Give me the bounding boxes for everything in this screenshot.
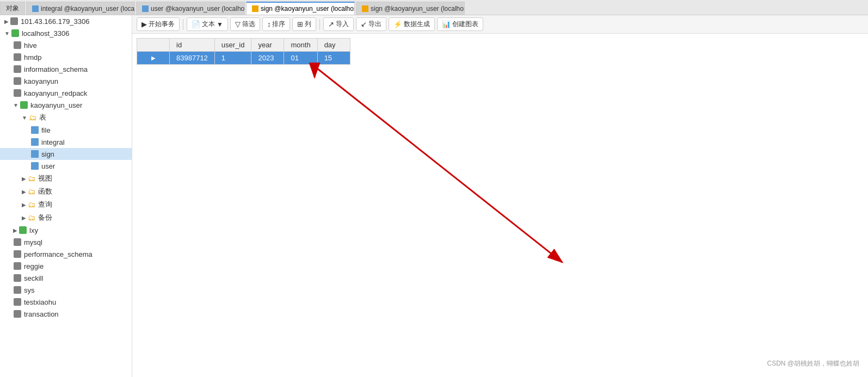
- sidebar-item-funcs-folder[interactable]: ▶ 🗂 函数: [0, 185, 132, 198]
- sidebar-item-mysql[interactable]: mysql: [0, 236, 132, 248]
- sidebar-item-transaction[interactable]: transaction: [0, 308, 132, 320]
- funcs-folder-arrow-icon: ▶: [22, 189, 26, 195]
- sidebar-sys-label: sys: [24, 286, 35, 294]
- kaoyanyun-user-db-icon: [20, 101, 28, 109]
- sidebar-info-schema-label: information_schema: [24, 65, 88, 73]
- arrow-collapsed-icon: ▶: [4, 18, 9, 24]
- create-chart-button[interactable]: 📊 创建图表: [437, 17, 483, 31]
- datagen-button[interactable]: ⚡ 数据生成: [389, 17, 435, 31]
- sidebar-testxiaohu-label: testxiaohu: [24, 298, 56, 306]
- sidebar-views-folder-label: 视图: [38, 174, 52, 183]
- export-label: 导出: [368, 20, 381, 29]
- sign-table-icon: [30, 150, 39, 158]
- arrow-expanded-icon: ▼: [4, 30, 10, 36]
- backup-folder-arrow-icon: ▶: [22, 215, 26, 221]
- tab-sign-2-label: sign @kaoyanyun_user (localhost_33...: [371, 5, 465, 13]
- sidebar-item-sign[interactable]: sign: [0, 148, 132, 160]
- sidebar: ▶ 101.43.166.179_3306 ▼ localhost_3306 h…: [0, 15, 132, 377]
- lxy-db-icon: [19, 226, 27, 234]
- tab-user-icon: [142, 5, 149, 12]
- sidebar-item-file[interactable]: file: [0, 124, 132, 136]
- sidebar-kaoyanyun-redpack-label: kaoyanyun_redpack: [24, 89, 87, 97]
- toolbar: ▶ 开始事务 📄 文本 ▼ ▽ 筛选 ↕ 排序 ⊞ 列: [132, 15, 868, 34]
- sort-button[interactable]: ↕ 排序: [262, 17, 291, 31]
- sidebar-item-queries-folder[interactable]: ▶ 🗂 查询: [0, 198, 132, 211]
- filter-button[interactable]: ▽ 筛选: [230, 17, 260, 31]
- columns-button[interactable]: ⊞ 列: [292, 17, 316, 31]
- views-folder-arrow-icon: ▶: [22, 176, 26, 182]
- datagen-icon: ⚡: [393, 20, 402, 28]
- sidebar-reggie-label: reggie: [24, 262, 44, 270]
- sidebar-item-reggie[interactable]: reggie: [0, 260, 132, 272]
- tab-sign-2[interactable]: sign @kaoyanyun_user (localhost_33...: [356, 2, 465, 15]
- text-label: 文本: [202, 20, 215, 29]
- col-header-year: year: [251, 39, 284, 52]
- seckill-db-icon: [13, 274, 22, 282]
- sidebar-item-integral[interactable]: integral: [0, 136, 132, 148]
- sidebar-item-ip[interactable]: ▶ 101.43.166.179_3306: [0, 15, 132, 27]
- table-header-row: id user_id year month day: [137, 39, 350, 52]
- info-schema-db-icon: [13, 65, 22, 73]
- col-header-month: month: [284, 39, 317, 52]
- sidebar-item-tables-folder[interactable]: ▼ 🗂 表: [0, 111, 132, 124]
- tab-integral[interactable]: integral @kaoyanyun_user (localhost:...: [26, 2, 135, 15]
- tab-integral-label: integral @kaoyanyun_user (localhost:...: [41, 5, 135, 13]
- text-icon: 📄: [192, 20, 200, 28]
- filter-icon: ▽: [235, 20, 241, 28]
- sidebar-item-localhost[interactable]: ▼ localhost_3306: [0, 27, 132, 39]
- integral-table-icon: [30, 138, 39, 146]
- sidebar-lxy-label: lxy: [29, 226, 38, 234]
- sidebar-item-hive[interactable]: hive: [0, 39, 132, 51]
- reggie-db-icon: [13, 262, 22, 270]
- import-label: 导入: [336, 20, 349, 29]
- text-button[interactable]: 📄 文本 ▼: [187, 17, 228, 31]
- tab-user[interactable]: user @kaoyanyun_user (localhost_33...: [136, 2, 245, 15]
- export-button[interactable]: ↙ 导出: [356, 17, 386, 31]
- arrow-annotation: [132, 34, 868, 377]
- sidebar-item-hmdp[interactable]: hmdp: [0, 51, 132, 63]
- sidebar-seckill-label: seckill: [24, 274, 43, 282]
- cell-user-id: 1: [214, 52, 251, 65]
- sidebar-item-backup-folder[interactable]: ▶ 🗂 备份: [0, 211, 132, 224]
- sidebar-item-information-schema[interactable]: information_schema: [0, 63, 132, 75]
- sidebar-item-seckill[interactable]: seckill: [0, 272, 132, 284]
- sidebar-transaction-label: transaction: [24, 310, 59, 318]
- sidebar-item-sys[interactable]: sys: [0, 284, 132, 296]
- sidebar-item-lxy[interactable]: ▶ lxy: [0, 224, 132, 236]
- text-dropdown-icon: ▼: [217, 21, 223, 28]
- sidebar-item-views-folder[interactable]: ▶ 🗂 视图: [0, 172, 132, 185]
- import-icon: ↗: [328, 20, 334, 28]
- tab-sign-active-label: sign @kaoyanyun_user (localhost_33...: [261, 5, 355, 13]
- table-row[interactable]: ▶ 83987712 1 2023 01 15: [137, 52, 350, 65]
- sort-label: 排序: [272, 20, 285, 29]
- import-button[interactable]: ↗ 导入: [323, 17, 354, 31]
- sidebar-kaoyanyun-user-label: kaoyanyun_user: [30, 101, 82, 109]
- tables-folder-arrow-icon: ▼: [22, 115, 27, 121]
- sys-db-icon: [13, 286, 22, 294]
- cell-id: 83987712: [170, 52, 215, 65]
- kaoyanyun-db-icon: [13, 77, 22, 85]
- sidebar-item-kaoyanyun[interactable]: kaoyanyun: [0, 75, 132, 87]
- tab-sign-active[interactable]: sign @kaoyanyun_user (localhost_33...: [246, 2, 355, 15]
- sidebar-item-testxiaohu[interactable]: testxiaohu: [0, 296, 132, 308]
- sidebar-user-label: user: [41, 162, 55, 170]
- data-table: id user_id year month day ▶ 83987712 1 2…: [137, 38, 350, 65]
- queries-folder-arrow-icon: ▶: [22, 202, 26, 208]
- sidebar-item-kaoyanyun-user[interactable]: ▼ kaoyanyun_user: [0, 99, 132, 111]
- sidebar-item-performance-schema[interactable]: performance_schema: [0, 248, 132, 260]
- tab-integral-icon: [32, 5, 39, 12]
- start-transaction-button[interactable]: ▶ 开始事务: [137, 17, 180, 31]
- sidebar-integral-label: integral: [41, 138, 65, 146]
- cell-month: 01: [284, 52, 317, 65]
- lxy-arrow-icon: ▶: [13, 227, 17, 233]
- datagen-label: 数据生成: [404, 20, 430, 29]
- sidebar-item-kaoyanyun-redpack[interactable]: kaoyanyun_redpack: [0, 87, 132, 99]
- create-chart-label: 创建图表: [452, 20, 478, 29]
- sidebar-funcs-folder-label: 函数: [38, 187, 52, 196]
- backup-folder-icon: 🗂: [27, 213, 36, 222]
- sidebar-item-user[interactable]: user: [0, 160, 132, 172]
- filter-label: 筛选: [242, 20, 255, 29]
- kaoyanyun-user-arrow-icon: ▼: [13, 102, 19, 108]
- tab-object[interactable]: 对象: [0, 2, 25, 15]
- sidebar-mysql-label: mysql: [24, 238, 42, 246]
